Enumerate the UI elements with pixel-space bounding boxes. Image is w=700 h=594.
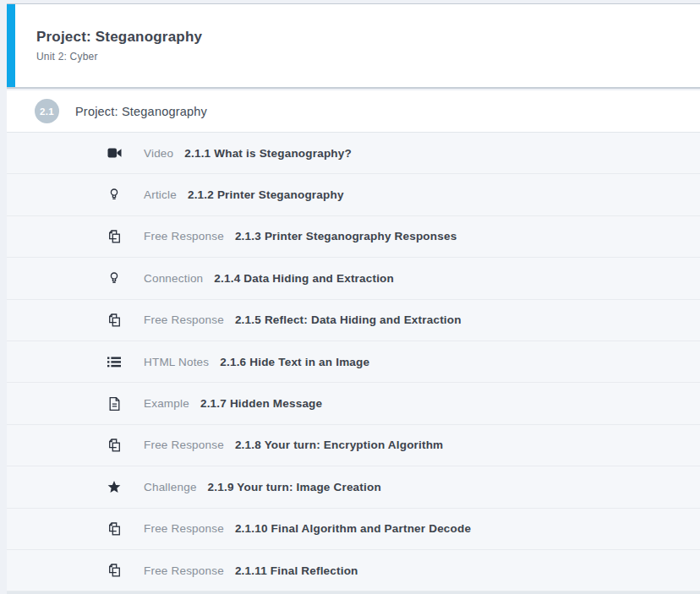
lightbulb-icon (104, 188, 124, 203)
video-icon (104, 145, 124, 161)
lesson-type-label: Video (144, 147, 173, 160)
lesson-type-label: Connection (144, 272, 203, 285)
section-number-badge: 2.1 (35, 99, 59, 123)
unit-breadcrumb: Unit 2: Cyber (36, 51, 202, 63)
copy-icon (104, 563, 124, 578)
lesson-type-label: Free Response (144, 230, 224, 243)
lesson-title-link[interactable]: 2.1.10 Final Algorithm and Partner Decod… (235, 522, 471, 535)
lesson-type-label: Example (144, 397, 189, 410)
lesson-row[interactable]: Example 2.1.7 Hidden Message (7, 383, 700, 424)
document-icon (104, 396, 124, 411)
module-header-text: Project: Steganography Unit 2: Cyber (15, 4, 202, 87)
lightbulb-icon (104, 270, 124, 286)
lesson-list: Video 2.1.1 What is Steganography? Artic… (7, 133, 700, 594)
lesson-row[interactable]: Free Response 2.1.11 Final Reflection (7, 550, 700, 591)
lesson-title-link[interactable]: 2.1.6 Hide Text in an Image (220, 356, 369, 368)
lesson-type-label: Free Response (144, 564, 224, 577)
lesson-type-label: HTML Notes (144, 356, 209, 368)
lesson-type-label: Article (144, 188, 177, 201)
lesson-type-label: Free Response (144, 439, 224, 451)
lesson-title-link[interactable]: 2.1.8 Your turn: Encryption Algorithm (235, 439, 443, 451)
lesson-type-label: Challenge (144, 481, 197, 493)
lesson-title-link[interactable]: 2.1.2 Printer Steganography (188, 188, 344, 201)
lesson-title-link[interactable]: 2.1.3 Printer Steganography Responses (235, 230, 457, 243)
lesson-row[interactable]: Free Response 2.1.8 Your turn: Encryptio… (7, 425, 700, 466)
lesson-title-link[interactable]: 2.1.5 Reflect: Data Hiding and Extractio… (235, 313, 462, 326)
section-title: Project: Steganography (75, 105, 207, 118)
lesson-title-link[interactable]: 2.1.1 What is Steganography? (184, 147, 352, 160)
star-icon (104, 479, 124, 494)
list-icon (104, 354, 124, 369)
lesson-title-link[interactable]: 2.1.4 Data Hiding and Extraction (214, 272, 394, 285)
copy-icon (104, 521, 124, 537)
module-header: Project: Steganography Unit 2: Cyber (7, 3, 700, 89)
lesson-title-link[interactable]: 2.1.11 Final Reflection (235, 564, 358, 577)
lesson-type-label: Free Response (144, 522, 224, 535)
lesson-row[interactable]: Free Response 2.1.5 Reflect: Data Hiding… (7, 300, 700, 341)
module-title: Project: Steganography (36, 29, 202, 46)
lesson-row[interactable]: Free Response 2.1.3 Printer Steganograph… (7, 216, 700, 258)
lesson-row[interactable]: HTML Notes 2.1.6 Hide Text in an Image (7, 341, 700, 383)
copy-icon (104, 313, 124, 328)
unit-accent-bar (7, 4, 15, 87)
module-page: Project: Steganography Unit 2: Cyber 2.1… (0, 0, 700, 594)
copy-icon (104, 229, 124, 244)
lesson-row[interactable]: Connection 2.1.4 Data Hiding and Extract… (7, 258, 700, 299)
lesson-row[interactable]: Free Response 2.1.10 Final Algorithm and… (7, 509, 700, 550)
lesson-title-link[interactable]: 2.1.7 Hidden Message (200, 397, 322, 410)
lesson-row[interactable]: Video 2.1.1 What is Steganography? (7, 133, 700, 174)
lesson-type-label: Free Response (144, 313, 224, 326)
copy-icon (104, 438, 124, 453)
lesson-row[interactable]: Article 2.1.2 Printer Steganography (7, 174, 700, 215)
lesson-title-link[interactable]: 2.1.9 Your turn: Image Creation (208, 481, 381, 493)
section-header-row[interactable]: 2.1 Project: Steganography (7, 90, 700, 133)
lesson-row[interactable]: Challenge 2.1.9 Your turn: Image Creatio… (7, 466, 700, 508)
